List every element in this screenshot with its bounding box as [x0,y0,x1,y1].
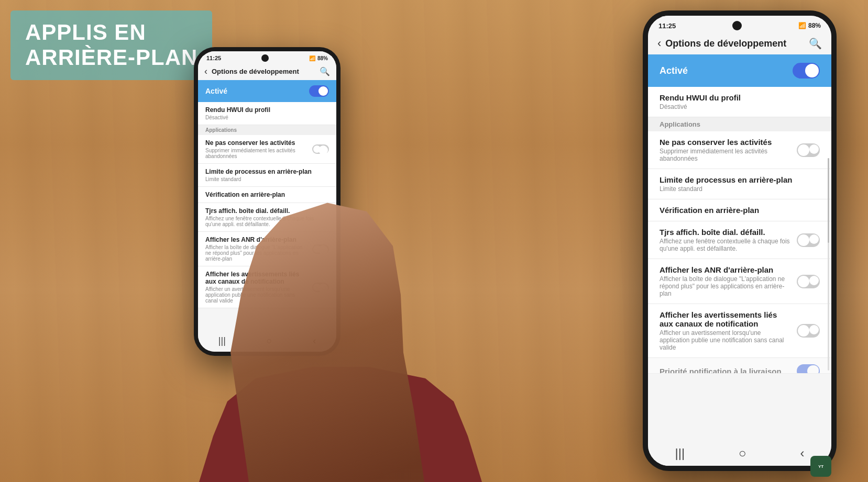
large-toggle-tjrs[interactable] [797,233,820,247]
small-nav-recents[interactable]: ||| [218,335,226,346]
small-status-bar: 11:25 📶 88% [198,51,336,63]
large-back-button[interactable]: ‹ [657,37,661,50]
watermark: YT [810,456,831,477]
small-signal-icon: 📶 [309,55,315,61]
large-signal-icon: 📶 [798,22,806,29]
small-active-label: Activé [205,87,227,95]
small-search-icon[interactable]: 🔍 [320,66,330,76]
small-status-icons: 📶 88% [309,55,328,61]
title-line1: APPLIS EN [25,20,197,45]
large-search-icon[interactable]: 🔍 [809,37,822,50]
large-camera [732,21,742,30]
large-item-verification[interactable]: Vérification en arrière-plan [648,199,831,221]
small-camera [261,54,269,62]
large-toggle-anr[interactable] [797,275,820,288]
small-battery: 88% [317,55,328,61]
large-section-applications: Applications [648,117,831,131]
large-status-bar: 11:25 📶 88% [648,16,831,32]
small-screen-title: Options de développement [212,68,315,75]
large-screen-content: Rendu HWUI du profil Désactivé Applicati… [648,87,831,442]
phone-large-screen: 11:25 📶 88% ‹ Options de développement 🔍… [648,16,831,466]
small-item-limite[interactable]: Limite de processus en arrière-plan Limi… [198,164,336,187]
large-battery: 88% [808,22,821,29]
large-nav-bar: ||| ○ ‹ [648,442,831,466]
large-item-tjrs[interactable]: Tjrs affich. boîte dial. défaill. Affich… [648,221,831,259]
large-item-activites[interactable]: Ne pas conserver les activités Supprimer… [648,131,831,169]
title-overlay: APPLIS EN ARRIÈRE-PLAN [10,10,212,80]
large-scrollbar-thumb [828,158,829,243]
large-active-toggle[interactable] [793,63,820,79]
small-item-activites[interactable]: Ne pas conserver les activités Supprimer… [198,135,336,164]
large-nav-recents[interactable]: ||| [675,446,685,461]
small-section-applications: Applications [198,125,336,135]
small-active-row: Activé [198,80,336,102]
small-back-button[interactable]: ‹ [204,66,207,77]
large-toggle-activites[interactable] [797,143,820,157]
large-item-limite[interactable]: Limite de processus en arrière-plan Limi… [648,169,831,199]
large-active-label: Activé [660,65,688,76]
large-scrollbar[interactable] [828,158,829,371]
small-item-verification[interactable]: Vérification en arrière-plan [198,187,336,203]
large-top-bar: ‹ Options de développement 🔍 [648,32,831,54]
large-toggle-avert[interactable] [797,324,820,338]
small-toggle-activites[interactable] [312,144,329,154]
large-item-partial[interactable]: Priorité notification à la livraison [648,358,831,374]
small-item-hwui[interactable]: Rendu HWUI du profil Désactivé [198,102,336,125]
large-status-icons: 📶 88% [798,22,821,29]
title-line2: ARRIÈRE-PLAN [25,45,197,70]
phone-large: 11:25 📶 88% ‹ Options de développement 🔍… [643,10,837,471]
large-toggle-partial[interactable] [797,364,820,374]
small-time: 11:25 [206,55,221,61]
small-top-bar: ‹ Options de développement 🔍 [198,63,336,80]
large-item-avertissements[interactable]: Afficher les avertissements liés aux can… [648,304,831,358]
large-nav-home[interactable]: ○ [739,446,746,461]
large-nav-back[interactable]: ‹ [800,446,805,461]
large-screen-title: Options de développement [665,38,805,49]
large-item-anr[interactable]: Afficher les ANR d'arrière-plan Afficher… [648,259,831,304]
large-active-row: Activé [648,54,831,87]
large-item-hwui[interactable]: Rendu HWUI du profil Désactivé [648,87,831,117]
small-active-toggle[interactable] [309,85,329,97]
large-time: 11:25 [658,22,676,30]
